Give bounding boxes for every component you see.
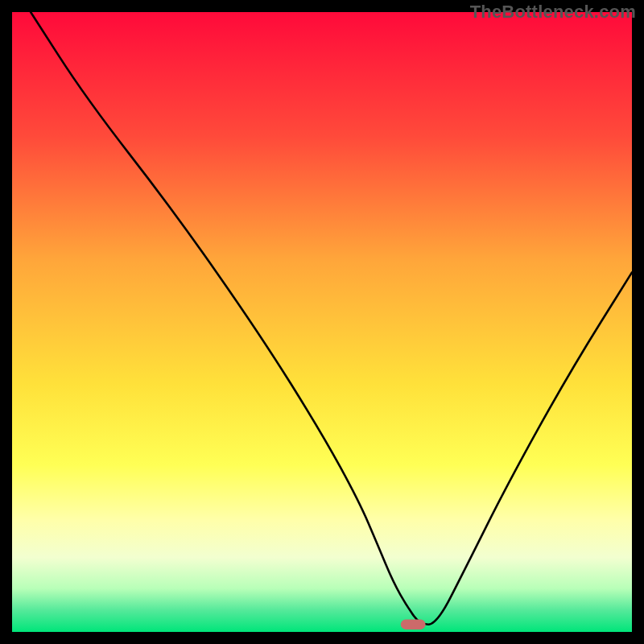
chart-svg [12, 12, 632, 632]
gradient-background [12, 12, 632, 632]
sweet-spot-marker [401, 620, 426, 630]
chart-frame: TheBottleneck.com [0, 0, 644, 644]
plot-area [12, 12, 632, 632]
watermark-text: TheBottleneck.com [470, 2, 636, 23]
